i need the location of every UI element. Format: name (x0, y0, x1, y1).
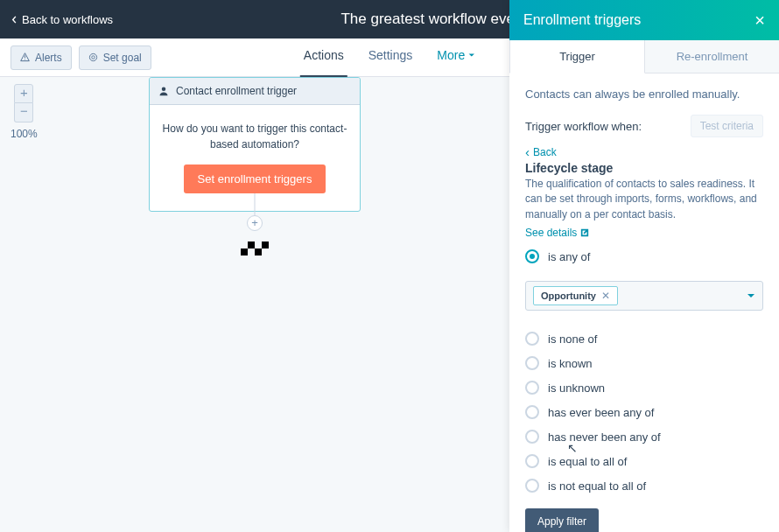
enrollment-triggers-panel: Enrollment triggers × Trigger Re-enrollm… (509, 0, 779, 532)
contact-icon (158, 86, 169, 96)
operator-has-ever-been[interactable]: has ever been any of (525, 405, 763, 419)
operator-equal-all[interactable]: is equal to all of (525, 454, 763, 468)
token-opportunity: Opportunity ✕ (533, 286, 618, 305)
operator-is-none-of[interactable]: is none of (525, 332, 763, 346)
token-remove-icon[interactable]: ✕ (601, 290, 610, 302)
radio-icon (525, 249, 539, 263)
tab-settings[interactable]: Settings (368, 48, 413, 67)
operator-is-unknown[interactable]: is unknown (525, 381, 763, 395)
external-link-icon (580, 228, 589, 237)
radio-icon (525, 356, 539, 370)
property-title: Lifecycle stage (525, 161, 763, 175)
panel-title: Enrollment triggers (523, 12, 641, 28)
enrollment-trigger-card[interactable]: Contact enrollment trigger How do you wa… (149, 77, 361, 212)
back-link[interactable]: Back (525, 146, 557, 158)
back-to-workflows-link[interactable]: Back to workflows (11, 13, 113, 26)
operator-label: is equal to all of (548, 455, 627, 468)
add-action-node[interactable]: + (247, 215, 263, 231)
operator-radio-list: is any of Opportunity ✕ is none of is kn… (525, 249, 763, 493)
workflow-title: The greatest workflow ever (340, 10, 519, 28)
tab-more-label: More (437, 48, 465, 62)
zoom-out-button[interactable]: − (14, 103, 33, 122)
dropdown-caret[interactable] (747, 290, 755, 303)
radio-icon (525, 454, 539, 468)
tab-trigger[interactable]: Trigger (509, 40, 645, 74)
alerts-label: Alerts (35, 52, 62, 64)
radio-icon (525, 405, 539, 419)
operator-label: has ever been any of (548, 406, 654, 419)
set-goal-button[interactable]: Set goal (79, 46, 151, 70)
trigger-when-row: Trigger workflow when: Test criteria (525, 115, 763, 137)
see-details-label: See details (525, 227, 577, 239)
value-select[interactable]: Opportunity ✕ (525, 281, 763, 311)
operator-label: is unknown (548, 382, 605, 395)
operator-label: is not equal to all of (548, 480, 646, 493)
svg-point-2 (162, 88, 166, 92)
see-details-link[interactable]: See details (525, 227, 589, 239)
workflow-canvas[interactable]: + − 100% Contact enrollment trigger How … (0, 77, 509, 532)
radio-icon (525, 381, 539, 395)
trigger-card-header: Contact enrollment trigger (150, 78, 360, 105)
apply-filter-button[interactable]: Apply filter (525, 508, 599, 532)
panel-header: Enrollment triggers × (509, 0, 779, 40)
radio-icon (525, 430, 539, 444)
manual-enroll-info: Contacts can always be enrolled manually… (525, 88, 763, 101)
operator-label: is any of (548, 250, 590, 263)
zoom-controls: + − 100% (11, 84, 38, 140)
operator-is-known[interactable]: is known (525, 356, 763, 370)
test-criteria-button[interactable]: Test criteria (691, 115, 763, 137)
panel-tabs: Trigger Re-enrollment (509, 40, 779, 74)
end-marker (241, 242, 269, 256)
operator-label: is none of (548, 332, 597, 346)
svg-point-1 (91, 56, 94, 59)
operator-label: has never been any of (548, 430, 661, 444)
connector-line (255, 193, 256, 216)
zoom-level: 100% (11, 128, 38, 140)
tab-reenrollment[interactable]: Re-enrollment (645, 40, 779, 73)
set-goal-label: Set goal (103, 52, 142, 64)
trigger-card-question: How do you want to trigger this contact-… (162, 121, 347, 152)
target-icon (88, 52, 98, 62)
back-label: Back to workflows (22, 13, 113, 26)
property-description: The qualification of contacts to sales r… (525, 177, 763, 222)
set-enrollment-triggers-button[interactable]: Set enrollment triggers (184, 164, 326, 193)
back-link-label: Back (533, 146, 557, 158)
close-icon[interactable]: × (754, 11, 765, 29)
radio-icon (525, 479, 539, 493)
operator-label: is known (548, 357, 593, 370)
main-tabs: Actions Settings More (304, 48, 475, 67)
panel-body: Contacts can always be enrolled manually… (509, 74, 779, 532)
tab-actions[interactable]: Actions (304, 48, 344, 67)
tab-more[interactable]: More (437, 48, 475, 67)
operator-has-never-been[interactable]: has never been any of (525, 430, 763, 444)
radio-icon (525, 332, 539, 346)
chevron-left-icon (11, 16, 18, 24)
svg-point-0 (89, 53, 96, 60)
alert-icon (20, 52, 30, 62)
zoom-in-button[interactable]: + (14, 84, 33, 103)
trigger-card-title: Contact enrollment trigger (176, 85, 297, 97)
operator-is-any-of[interactable]: is any of (525, 249, 763, 263)
alerts-button[interactable]: Alerts (11, 46, 72, 70)
chevron-down-icon (468, 52, 475, 59)
token-label: Opportunity (541, 290, 596, 301)
operator-not-equal-all[interactable]: is not equal to all of (525, 479, 763, 493)
chevron-down-icon (747, 291, 755, 300)
trigger-when-label: Trigger workflow when: (525, 120, 642, 133)
